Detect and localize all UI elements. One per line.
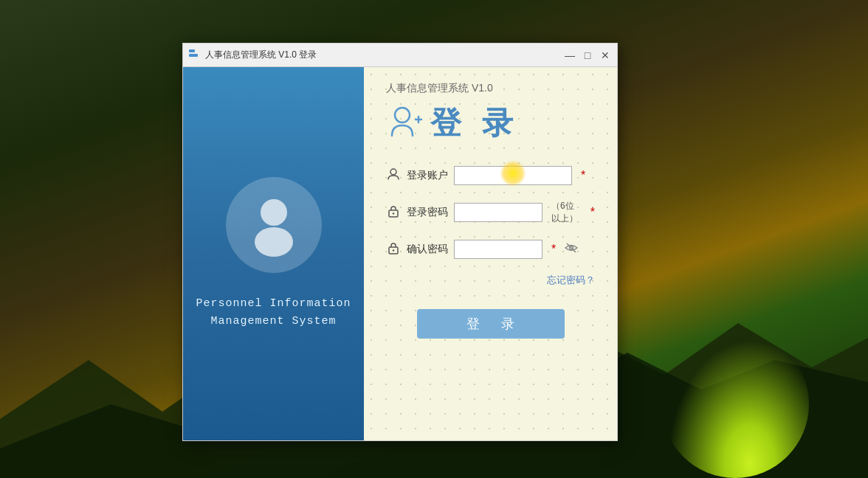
username-required: *: [581, 169, 585, 182]
confirm-password-row: 确认密码 *: [386, 240, 595, 259]
login-header: 登 录: [386, 103, 595, 144]
minimize-button[interactable]: —: [564, 49, 576, 61]
password-hint: （6位以上）: [551, 200, 582, 225]
svg-point-11: [393, 249, 394, 251]
app-icon: [189, 49, 201, 61]
window-body: Personnel Information Management System …: [183, 67, 617, 440]
window-title: 人事信息管理系统 V1.0 登录: [205, 49, 564, 61]
window-controls: — □ ✕: [564, 49, 611, 61]
password-required: *: [590, 206, 595, 219]
left-panel: Personnel Information Management System: [183, 67, 364, 440]
svg-point-7: [390, 169, 396, 175]
password-input[interactable]: [454, 203, 542, 222]
maximize-button[interactable]: □: [582, 49, 593, 61]
confirm-password-required: *: [551, 243, 556, 256]
avatar-icon: [241, 192, 307, 258]
login-person-icon: [386, 105, 423, 142]
username-field-wrapper: [454, 166, 572, 185]
lock2-icon: [386, 241, 401, 257]
svg-point-4: [395, 108, 410, 122]
forgot-password-link[interactable]: 忘记密码？: [386, 274, 595, 287]
tent-glow: [661, 330, 809, 478]
avatar: [226, 177, 322, 273]
svg-point-2: [261, 199, 287, 226]
svg-point-9: [393, 212, 394, 214]
system-name: Personnel Information Management System: [196, 295, 351, 330]
password-row: 登录密码 （6位以上） *: [386, 200, 595, 225]
username-row: 登录账户 *: [386, 166, 595, 185]
lock-icon: [386, 204, 401, 221]
password-label: 登录密码: [407, 206, 448, 219]
title-bar: 人事信息管理系统 V1.0 登录 — □ ✕: [183, 44, 617, 67]
right-panel: 人事信息管理系统 V1.0 登 录 登: [364, 67, 617, 440]
confirm-password-input[interactable]: [454, 240, 542, 259]
close-button[interactable]: ✕: [599, 49, 611, 61]
eye-toggle-icon[interactable]: [565, 241, 578, 257]
svg-point-3: [255, 227, 293, 257]
login-title: 登 录: [430, 103, 519, 144]
app-title: 人事信息管理系统 V1.0: [386, 82, 595, 95]
username-input[interactable]: [454, 166, 572, 185]
confirm-password-label: 确认密码: [407, 243, 448, 256]
user-icon: [386, 167, 401, 184]
login-button[interactable]: 登 录: [417, 309, 565, 339]
username-label: 登录账户: [407, 169, 448, 182]
app-window: 人事信息管理系统 V1.0 登录 — □ ✕ Personnel Informa…: [182, 43, 618, 441]
